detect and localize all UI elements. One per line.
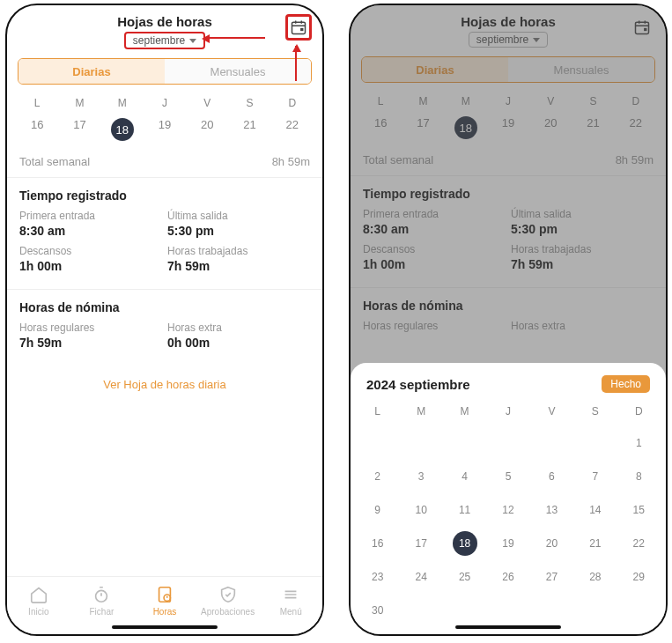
tab-daily[interactable]: Diarias [18,59,165,84]
calendar-day[interactable]: 7 [573,462,617,491]
annotation-arrow-up [295,46,297,81]
calendar-dow: D [617,405,661,425]
calendar-day[interactable]: 2 [356,462,399,491]
calendar-day[interactable]: 5 [486,462,529,491]
calendar-dow: S [573,405,617,425]
payroll-hours-grid: Horas regulares 7h 59m Horas extra 0h 00… [7,322,322,357]
weekly-total-row: Total semanal 8h 59m [7,150,322,177]
calendar-day-blank [486,428,529,458]
calendar-day-blank [617,595,661,625]
calendar-day-blank [399,595,442,625]
calendar-day[interactable]: 29 [617,562,661,592]
calendar-day-blank [443,428,486,458]
view-tabs: Diarias Mensuales [18,58,312,85]
stopwatch-icon [92,585,111,604]
calendar-day[interactable]: 4 [443,462,486,491]
calendar-day[interactable]: 24 [399,562,442,592]
week-day[interactable]: 22 [271,115,314,144]
month-selector[interactable]: septiembre [124,32,205,49]
calendar-day[interactable]: 17 [399,528,442,558]
calendar-day[interactable]: 22 [617,528,661,558]
payroll-hours-title: Horas de nómina [7,290,322,322]
calendar-day[interactable]: 14 [573,495,617,525]
view-daily-timesheet-link[interactable]: Ver Hoja de horas diaria [7,357,322,412]
week-day[interactable]: 20 [186,115,228,144]
weekly-total-label: Total semanal [19,155,90,168]
phone-screen-main: Hojas de horas septiembre Diarias Mensua… [5,4,324,636]
week-day[interactable]: 17 [58,115,100,144]
calendar-day-blank [573,428,617,458]
calendar-day-blank [486,595,529,625]
calendar-day[interactable]: 19 [486,528,529,558]
calendar-day-blank [530,428,573,458]
calendar-day[interactable]: 26 [486,562,529,592]
calendar-dow: M [443,405,486,425]
header: Hojas de horas septiembre [7,5,322,53]
nav-menu[interactable]: Menú [259,577,322,624]
calendar-day[interactable]: 20 [530,528,573,558]
calendar-dow: L [356,405,399,425]
first-entry-value: 8:30 am [19,224,162,238]
calendar-day[interactable]: 11 [443,495,486,525]
timesheet-icon [155,585,174,604]
done-button[interactable]: Hecho [602,375,650,393]
home-indicator [112,625,218,629]
calendar-day[interactable]: 9 [356,495,399,525]
calendar-day[interactable]: 1 [617,428,661,458]
phone-screen-picker: Hojas de horas septiembre Diarias Mensua… [349,4,668,636]
calendar-day[interactable]: 10 [399,495,442,525]
calendar-day[interactable]: 28 [573,562,617,592]
calendar-day[interactable]: 25 [443,562,486,592]
calendar-day-blank [530,595,573,625]
calendar-day[interactable]: 21 [573,528,617,558]
registered-time-grid: Primera entrada 8:30 am Última salida 5:… [7,210,322,280]
nav-punch[interactable]: Fichar [70,577,134,624]
calendar-day[interactable]: 3 [399,462,442,491]
calendar-day[interactable]: 8 [617,462,661,491]
svg-point-5 [96,590,107,602]
calendar-button[interactable] [285,14,312,41]
worked-hours-value: 7h 59m [167,259,310,273]
calendar-day[interactable]: 13 [530,495,573,525]
calendar-day-selected[interactable]: 18 [443,528,486,558]
annotation-arrow-left [203,37,265,39]
calendar-day-blank [443,595,486,625]
calendar-day-blank [573,595,617,625]
nav-approvals[interactable]: Aprobaciones [196,577,260,624]
last-exit-value: 5:30 pm [167,224,310,238]
calendar-day[interactable]: 12 [486,495,529,525]
calendar-day[interactable]: 15 [617,495,661,525]
calendar-icon [290,18,307,36]
calendar-day[interactable]: 23 [356,562,399,592]
tab-monthly[interactable]: Mensuales [165,59,311,84]
week-day[interactable]: 16 [16,115,58,144]
month-selector-label: septiembre [133,34,185,47]
home-icon [29,585,48,604]
chevron-down-icon [189,39,196,43]
calendar-dow: M [399,405,442,425]
svg-rect-0 [292,22,306,33]
week-day[interactable]: 19 [144,115,186,144]
menu-icon [281,585,300,604]
calendar-day-blank [356,428,399,458]
registered-time-title: Tiempo registrado [7,178,322,210]
nav-hours[interactable]: Horas [133,577,196,624]
calendar-day[interactable]: 6 [530,462,573,491]
extra-hours-value: 0h 00m [167,336,310,350]
nav-home[interactable]: Inicio [7,577,70,624]
calendar-dow: J [486,405,529,425]
page-title: Hojas de horas [44,14,285,29]
calendar-day[interactable]: 30 [356,595,399,625]
home-indicator [455,625,561,629]
calendar-day[interactable]: 16 [356,528,399,558]
breaks-value: 1h 00m [19,259,162,273]
calendar-day[interactable]: 27 [530,562,573,592]
calendar-day-blank [399,428,442,458]
week-day-selected[interactable]: 18 [101,115,144,144]
month-picker-sheet: 2024 septiembre Hecho LMMJVSD12345678910… [351,363,666,634]
week-day[interactable]: 21 [228,115,270,144]
week-strip: L M M J V S D 16 17 18 19 20 21 22 [16,97,314,144]
calendar-grid: LMMJVSD123456789101112131415161718192021… [356,405,661,625]
month-picker-title: 2024 septiembre [366,377,470,392]
svg-rect-4 [300,28,303,31]
